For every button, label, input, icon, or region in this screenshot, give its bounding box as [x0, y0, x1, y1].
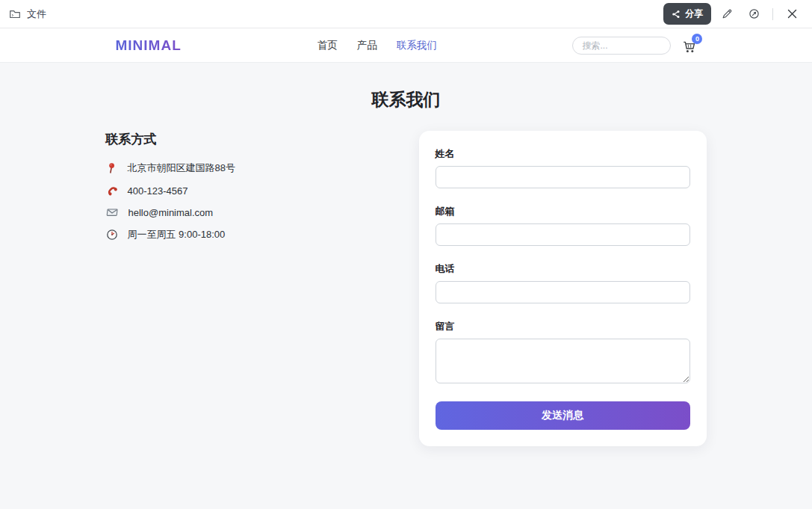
brand-logo[interactable]: MINIMAL — [116, 37, 182, 54]
name-field-label: 姓名 — [436, 147, 690, 161]
close-button[interactable] — [781, 4, 803, 25]
location-pin-icon — [106, 162, 118, 174]
phone-icon — [106, 185, 118, 197]
name-field[interactable] — [436, 166, 690, 188]
nav-item-contact[interactable]: 联系我们 — [397, 39, 437, 52]
contact-item-phone: 400-123-4567 — [106, 185, 398, 197]
contact-phone-text: 400-123-4567 — [128, 185, 188, 197]
share-button[interactable]: 分享 — [663, 3, 711, 25]
phone-field-label: 电话 — [436, 262, 690, 276]
email-field[interactable] — [436, 223, 690, 246]
contact-hours-text: 周一至周五 9:00-18:00 — [128, 228, 226, 241]
cart-count-badge: 0 — [692, 34, 702, 44]
email-field-label: 邮箱 — [436, 205, 690, 218]
message-field[interactable] — [436, 339, 690, 383]
page-title: 联系我们 — [0, 88, 812, 111]
page-content: 联系我们 联系方式 北京市朝阳区建国路88号 400-123-4567 — [0, 63, 812, 446]
nav-item-products[interactable]: 产品 — [357, 39, 377, 52]
pencil-icon — [722, 8, 733, 19]
contact-item-address: 北京市朝阳区建国路88号 — [106, 161, 398, 175]
edit-button[interactable] — [716, 4, 738, 25]
message-field-label: 留言 — [436, 320, 690, 333]
file-menu-label[interactable]: 文件 — [27, 7, 46, 21]
compass-button[interactable] — [743, 4, 765, 25]
contact-email-text: hello@minimal.com — [128, 207, 214, 218]
topbar-divider — [772, 8, 773, 20]
share-button-label: 分享 — [685, 7, 703, 20]
envelope-icon — [106, 206, 119, 218]
share-icon — [672, 10, 681, 19]
contact-item-email: hello@minimal.com — [106, 206, 398, 218]
contact-address-text: 北京市朝阳区建国路88号 — [128, 161, 235, 175]
cart-button[interactable]: 0 — [683, 40, 696, 54]
compass-icon — [749, 8, 760, 19]
send-message-button[interactable]: 发送消息 — [436, 401, 690, 430]
main-nav: 首页 产品 联系我们 — [317, 39, 437, 52]
contact-info-heading: 联系方式 — [106, 131, 398, 148]
close-icon — [787, 9, 797, 19]
contact-form-card: 姓名 邮箱 电话 留言 发送消息 — [419, 131, 707, 446]
phone-field[interactable] — [436, 281, 690, 303]
search-input[interactable] — [572, 37, 671, 55]
folder-icon — [9, 8, 21, 20]
window-titlebar: 文件 分享 — [0, 0, 812, 28]
nav-item-home[interactable]: 首页 — [317, 39, 338, 52]
site-header: MINIMAL 首页 产品 联系我们 0 — [0, 28, 812, 63]
contact-item-hours: 周一至周五 9:00-18:00 — [106, 228, 398, 241]
clock-icon — [106, 229, 118, 241]
contact-info-section: 联系方式 北京市朝阳区建国路88号 400-123-4567 hello@min… — [106, 131, 398, 251]
